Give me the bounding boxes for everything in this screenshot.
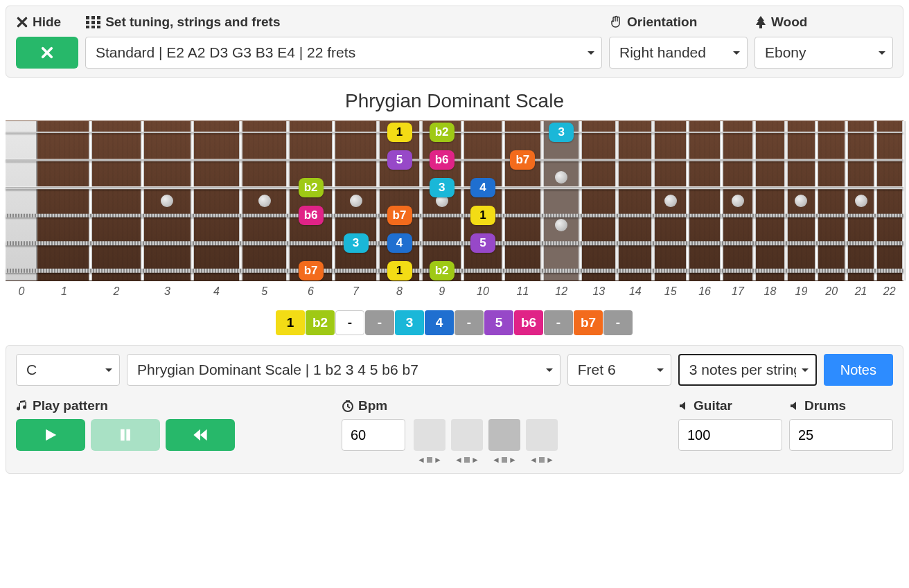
fret-number: 5 bbox=[241, 285, 288, 298]
interval-cell[interactable]: - bbox=[335, 310, 364, 335]
tuning-select[interactable]: Standard | E2 A2 D3 G3 B3 E4 | 22 frets bbox=[85, 37, 602, 69]
interval-cell[interactable]: 4 bbox=[425, 310, 454, 335]
bpm-label: Bpm bbox=[342, 398, 558, 413]
rewind-icon bbox=[193, 427, 208, 443]
svg-rect-4 bbox=[91, 21, 95, 24]
fret-number: 0 bbox=[6, 285, 37, 298]
fretboard-note[interactable]: 1 bbox=[387, 123, 412, 142]
svg-rect-7 bbox=[91, 26, 95, 28]
wood-select[interactable]: Ebony bbox=[754, 37, 893, 69]
fretboard-note[interactable]: 5 bbox=[470, 233, 495, 253]
fretboard-note[interactable]: b2 bbox=[430, 261, 454, 280]
fret-number: 17 bbox=[721, 285, 754, 298]
notes-button[interactable]: Notes bbox=[824, 354, 893, 386]
guitar-volume-input[interactable] bbox=[678, 419, 782, 451]
mode-select[interactable]: 3 notes per string bbox=[678, 354, 817, 386]
fret-number: 20 bbox=[817, 285, 847, 298]
svg-rect-5 bbox=[97, 21, 100, 24]
interval-cell[interactable]: - bbox=[365, 310, 394, 335]
hand-icon bbox=[609, 15, 623, 29]
tree-icon bbox=[754, 15, 767, 29]
fretboard: 1b235b6b7b234b6b71345b71b2 0123456789101… bbox=[6, 121, 903, 301]
fretboard-note[interactable]: 4 bbox=[470, 178, 495, 197]
play-icon bbox=[43, 427, 58, 443]
drums-volume-input[interactable] bbox=[789, 419, 893, 451]
scale-select[interactable]: Phrygian Dominant Scale | 1 b2 3 4 5 b6 … bbox=[127, 354, 561, 386]
grid-icon bbox=[86, 16, 101, 28]
interval-cell[interactable]: b2 bbox=[306, 310, 335, 335]
position-select[interactable]: Fret 6 bbox=[567, 354, 671, 386]
fretboard-note[interactable]: b2 bbox=[299, 178, 324, 197]
beat-arrow-control[interactable]: ◄► bbox=[526, 455, 558, 465]
fretboard-note[interactable]: b2 bbox=[430, 123, 454, 142]
pause-icon bbox=[118, 427, 133, 443]
svg-rect-6 bbox=[86, 26, 89, 28]
beat-arrow-control[interactable]: ◄► bbox=[488, 455, 520, 465]
beat-arrow-control[interactable]: ◄► bbox=[414, 455, 445, 465]
drums-volume-label: Drums bbox=[789, 398, 893, 413]
hide-button[interactable]: Hide bbox=[16, 15, 61, 30]
interval-cell[interactable]: - bbox=[544, 310, 573, 335]
interval-cell[interactable]: b6 bbox=[514, 310, 543, 335]
fretboard-note[interactable]: b7 bbox=[510, 150, 535, 170]
fret-number: 2 bbox=[91, 285, 142, 298]
beat-indicator[interactable] bbox=[488, 419, 520, 451]
interval-cell[interactable]: 5 bbox=[484, 310, 513, 335]
svg-rect-10 bbox=[126, 429, 130, 441]
root-select[interactable]: C bbox=[16, 354, 120, 386]
clock-icon bbox=[342, 400, 354, 412]
interval-cell[interactable]: 1 bbox=[276, 310, 305, 335]
play-button[interactable] bbox=[16, 419, 85, 451]
fretboard-note[interactable]: 1 bbox=[387, 261, 412, 280]
fretboard-note[interactable]: 5 bbox=[387, 150, 412, 170]
fretboard-note[interactable]: b7 bbox=[299, 261, 324, 280]
svg-rect-9 bbox=[121, 429, 125, 441]
interval-strip: 1b2--34-5b6-b7- bbox=[0, 310, 909, 335]
fretboard-note[interactable]: 3 bbox=[549, 123, 574, 142]
interval-cell[interactable]: 3 bbox=[395, 310, 424, 335]
fretboard-note[interactable]: b6 bbox=[299, 206, 324, 225]
close-icon bbox=[16, 16, 28, 28]
fretboard-note[interactable]: 4 bbox=[387, 233, 412, 253]
interval-cell[interactable]: b7 bbox=[574, 310, 603, 335]
orientation-select[interactable]: Right handed bbox=[609, 37, 748, 69]
rewind-button[interactable] bbox=[166, 419, 235, 451]
beat-indicator[interactable] bbox=[526, 419, 558, 451]
fret-number: 13 bbox=[581, 285, 617, 298]
scale-title: Phrygian Dominant Scale bbox=[0, 90, 909, 112]
fret-number: 22 bbox=[875, 285, 903, 298]
interval-cell[interactable]: - bbox=[603, 310, 633, 335]
guitar-volume-label: Guitar bbox=[678, 398, 782, 413]
fret-number: 15 bbox=[653, 285, 688, 298]
fret-number: 9 bbox=[421, 285, 463, 298]
volume-icon bbox=[678, 400, 689, 411]
fretboard-note[interactable]: 3 bbox=[344, 233, 369, 253]
fretboard-note[interactable]: 3 bbox=[430, 178, 454, 197]
svg-rect-8 bbox=[97, 26, 100, 28]
interval-cell[interactable]: - bbox=[454, 310, 484, 335]
clear-button[interactable] bbox=[16, 37, 78, 69]
beat-row bbox=[414, 419, 558, 451]
svg-rect-3 bbox=[86, 21, 89, 24]
svg-rect-2 bbox=[97, 16, 100, 19]
fret-number: 16 bbox=[688, 285, 722, 298]
fret-number: 6 bbox=[288, 285, 334, 298]
fret-number: 1 bbox=[37, 285, 91, 298]
bpm-input[interactable] bbox=[342, 419, 405, 451]
fretboard-note[interactable]: b7 bbox=[387, 206, 412, 225]
beat-indicator[interactable] bbox=[414, 419, 445, 451]
fret-number: 12 bbox=[542, 285, 581, 298]
fret-number: 3 bbox=[142, 285, 192, 298]
pause-button bbox=[91, 419, 160, 451]
svg-rect-1 bbox=[91, 16, 95, 19]
bottom-panel: C Phrygian Dominant Scale | 1 b2 3 4 5 b… bbox=[6, 345, 903, 474]
fretboard-note[interactable]: b6 bbox=[430, 150, 454, 170]
fret-number: 7 bbox=[334, 285, 378, 298]
beat-arrow-control[interactable]: ◄► bbox=[451, 455, 483, 465]
top-panel: Hide Set tuning, strings and frets Orien… bbox=[6, 6, 903, 78]
fretboard-note[interactable]: 1 bbox=[470, 206, 495, 225]
beat-indicator[interactable] bbox=[451, 419, 483, 451]
music-icon bbox=[16, 400, 28, 412]
fret-number: 8 bbox=[378, 285, 421, 298]
fret-number: 21 bbox=[847, 285, 876, 298]
